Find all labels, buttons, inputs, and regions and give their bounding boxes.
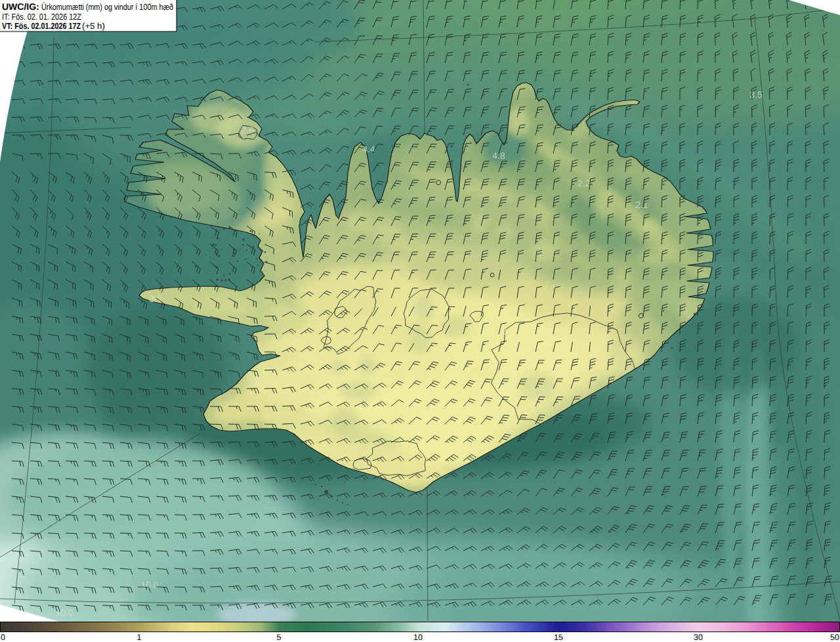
svg-text:5.3: 5.3: [249, 374, 262, 385]
svg-text:Úrkomumætti (mm) og vindur í 1: Úrkomumætti (mm) og vindur í 100m hæð: [41, 2, 173, 12]
svg-text:UWC/IG:: UWC/IG:: [2, 1, 39, 12]
svg-text:0: 0: [1, 633, 5, 642]
svg-text:IT: Fös. 02. 01. 2026 12Z: IT: Fös. 02. 01. 2026 12Z: [2, 12, 81, 22]
svg-text:3.7: 3.7: [149, 293, 162, 304]
svg-text:50: 50: [830, 633, 839, 642]
svg-text:1.4: 1.4: [413, 305, 426, 316]
svg-text:5: 5: [277, 633, 282, 642]
svg-text:1.0: 1.0: [539, 385, 553, 395]
svg-text:1: 1: [137, 633, 142, 642]
svg-text:2.2: 2.2: [578, 178, 591, 188]
svg-text:15: 15: [554, 633, 563, 642]
svg-text:1.1: 1.1: [495, 326, 508, 337]
svg-text:10.0: 10.0: [140, 580, 158, 590]
svg-text:VT: Fös. 02.01.2026 17Z: VT: Fös. 02.01.2026 17Z: [2, 21, 81, 31]
svg-text:(+5 h): (+5 h): [82, 21, 105, 31]
svg-text:10.0: 10.0: [55, 607, 73, 618]
svg-text:10: 10: [413, 633, 423, 642]
svg-text:4.8: 4.8: [492, 150, 505, 161]
svg-text:2.1: 2.1: [635, 200, 648, 210]
svg-text:30: 30: [694, 633, 703, 642]
